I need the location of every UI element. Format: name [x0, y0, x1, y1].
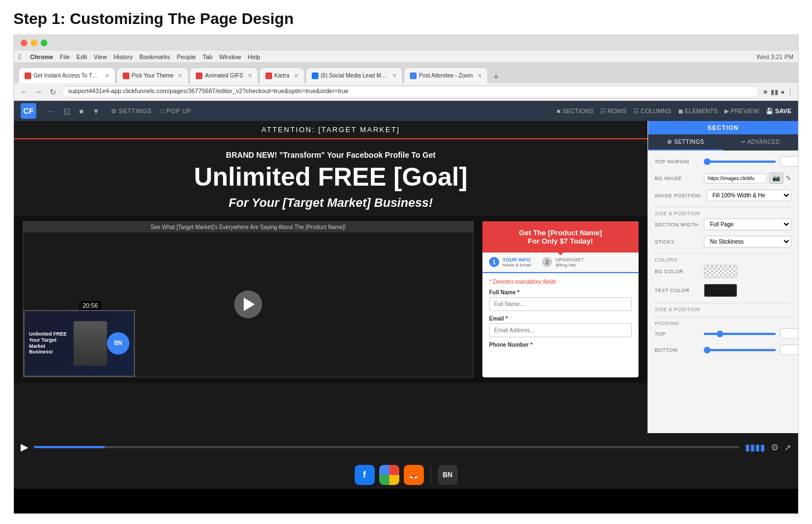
- maximize-button[interactable]: [41, 40, 47, 46]
- player-settings-icon[interactable]: ⚙: [771, 442, 779, 453]
- tab-close-5[interactable]: ✕: [477, 72, 482, 79]
- extensions-icon[interactable]: ▮▮: [771, 88, 779, 96]
- bottom-padding-slider[interactable]: [704, 349, 776, 351]
- top-margin-input[interactable]: 0: [780, 156, 798, 167]
- tab-close-1[interactable]: ✕: [178, 72, 182, 79]
- back-button[interactable]: ←: [18, 88, 30, 96]
- taskbar-bn-icon[interactable]: BN: [438, 465, 458, 485]
- fullname-input[interactable]: [489, 297, 632, 311]
- tab-get-instant-access[interactable]: Get Instant Access To The [Pro... ✕: [18, 67, 115, 83]
- cta-button[interactable]: Get The [Product Name]For Only $7 Today!: [482, 221, 639, 253]
- tab-advanced[interactable]: ✏ ADVANCED: [723, 134, 799, 151]
- edit-menu[interactable]: Edit: [76, 54, 87, 60]
- tab-close-4[interactable]: ✕: [392, 72, 397, 79]
- bookmarks-menu[interactable]: Bookmarks: [139, 54, 170, 60]
- editor-canvas: ATTENTION: [Target Market] BRAND NEW! "T…: [14, 121, 647, 433]
- preview-toolbar-item[interactable]: ▶ PREVIEW: [724, 108, 759, 115]
- tab-close-3[interactable]: ✕: [294, 72, 298, 79]
- tab-close-2[interactable]: ✕: [248, 72, 252, 79]
- apple-icon[interactable]: : [18, 52, 21, 61]
- bottom-padding-row: BOTTOM 0: [655, 345, 791, 355]
- profile-icon[interactable]: ●: [781, 88, 785, 96]
- chrome-menu[interactable]: Chrome: [30, 54, 54, 60]
- taskbar-facebook-icon[interactable]: f: [355, 465, 375, 485]
- tab-favicon-3: [265, 72, 272, 79]
- video-area-left: See What [Target Market]'s Everywhere Ar…: [23, 221, 473, 377]
- tab-settings[interactable]: ⚙ SETTINGS: [648, 134, 723, 151]
- view-menu[interactable]: View: [94, 54, 107, 60]
- size-position-section-label: SIZE & POSITION: [655, 207, 791, 216]
- editor-logo: CF: [21, 103, 36, 119]
- popup-toolbar-item[interactable]: □ POP UP: [161, 108, 191, 115]
- new-tab-button[interactable]: +: [489, 71, 503, 83]
- desktop-view-button[interactable]: ■: [77, 105, 86, 118]
- columns-toolbar-item[interactable]: ☷ COLUMNS: [634, 108, 671, 115]
- padding-label: PADDING: [655, 317, 791, 326]
- history-menu[interactable]: History: [114, 54, 133, 60]
- screenshot-container:  Chrome File Edit View History Bookmark…: [13, 35, 799, 514]
- progress-bar-fill: [34, 446, 105, 448]
- taskbar-google-icon[interactable]: ●: [379, 465, 399, 485]
- bg-image-row: BG IMAGE https://images.clickfu 📷 ✎: [655, 172, 791, 184]
- bottom-padding-input[interactable]: 0: [780, 345, 798, 355]
- right-panel: SECTION ⚙ SETTINGS ✏ ADVANCED TOP MARGIN…: [647, 121, 798, 433]
- undo-button[interactable]: ←: [45, 105, 57, 118]
- thumb-inner: Unlimited FREEYour Target MarketBusiness…: [25, 311, 134, 376]
- video-caption: See What [Target Market]'s Everywhere Ar…: [23, 222, 473, 232]
- tab-pick-theme[interactable]: Pick Your Theme ✕: [117, 67, 188, 83]
- browser-frame:  Chrome File Edit View History Bookmark…: [14, 35, 798, 101]
- file-menu[interactable]: File: [60, 54, 70, 60]
- video-thumbnail-overlay: Unlimited FREEYour Target MarketBusiness…: [23, 310, 135, 377]
- progress-bar[interactable]: [34, 446, 740, 448]
- people-menu[interactable]: People: [177, 54, 196, 60]
- sticky-select[interactable]: No Stickiness: [704, 236, 791, 248]
- rows-toolbar-item[interactable]: ☷ ROWS: [600, 108, 626, 115]
- menu-bar:  Chrome File Edit View History Bookmark…: [14, 51, 798, 63]
- text-color-swatch[interactable]: [704, 284, 737, 297]
- tab-menu[interactable]: Tab: [202, 54, 212, 60]
- taskbar-firefox-icon[interactable]: 🦊: [404, 465, 424, 485]
- elements-toolbar-item[interactable]: ◼ ELEMENTS: [678, 108, 718, 115]
- tab-post-attendee[interactable]: Post Attendee - Zoom ✕: [404, 67, 488, 83]
- advanced-tab-icon: ✏: [741, 139, 746, 145]
- bg-color-row: BG COLOR: [655, 265, 791, 278]
- save-toolbar-button[interactable]: 💾 SAVE: [766, 108, 791, 115]
- reload-button[interactable]: ↻: [47, 88, 59, 96]
- fullscreen-button[interactable]: ➚: [784, 442, 791, 453]
- top-margin-slider[interactable]: [704, 161, 776, 163]
- bg-color-label: BG COLOR: [655, 269, 699, 274]
- window-menu[interactable]: Window: [219, 54, 241, 60]
- settings-toolbar-item[interactable]: ⚙ SETTINGS: [111, 108, 152, 115]
- hero-subtitle: BRAND NEW! "Transform" Your Facebook Pro…: [36, 151, 625, 159]
- bookmark-star-icon[interactable]: ★: [762, 88, 768, 96]
- advanced-tab-label: ADVANCED: [747, 139, 780, 145]
- tab-kartra[interactable]: Kartra ✕: [259, 67, 304, 83]
- tab-social-media[interactable]: (6) Social Media Lead Machine: ✕: [306, 67, 403, 83]
- bg-image-url[interactable]: https://images.clickfu: [704, 173, 767, 183]
- email-input[interactable]: [489, 323, 632, 337]
- url-field[interactable]: support4431e4-app.clickfunnels.com/pages…: [62, 86, 759, 98]
- play-pause-button[interactable]: ▶: [21, 441, 28, 453]
- help-menu[interactable]: Help: [248, 54, 260, 60]
- bg-image-picker-button[interactable]: 📷: [769, 172, 784, 184]
- bg-image-edit-button[interactable]: ✎: [786, 174, 791, 182]
- play-button[interactable]: [234, 290, 262, 318]
- mobile-view-button[interactable]: ◱: [61, 105, 72, 118]
- image-position-select[interactable]: Fill 100% Width & He: [707, 190, 791, 201]
- bg-image-label: BG IMAGE: [655, 176, 699, 181]
- thumb-person: [74, 321, 107, 366]
- tab-animated-gifs[interactable]: Animated GIFS ✕: [190, 67, 258, 83]
- tab-close-0[interactable]: ✕: [105, 72, 109, 79]
- close-button[interactable]: [21, 40, 27, 46]
- top-padding-input[interactable]: 20: [780, 328, 798, 339]
- minimize-button[interactable]: [31, 40, 37, 46]
- section-width-select[interactable]: Full Page: [704, 219, 791, 230]
- forward-button[interactable]: →: [33, 88, 44, 96]
- field2-label: Email *: [489, 316, 632, 322]
- more-options-icon[interactable]: ⋮: [787, 88, 794, 96]
- sections-toolbar-item[interactable]: ■ SECTIONS: [557, 108, 593, 115]
- bg-color-swatch[interactable]: [704, 265, 737, 278]
- colors-section-label: COLORS: [655, 253, 791, 263]
- zoom-button[interactable]: ▼: [90, 105, 102, 118]
- top-padding-slider[interactable]: [704, 333, 776, 335]
